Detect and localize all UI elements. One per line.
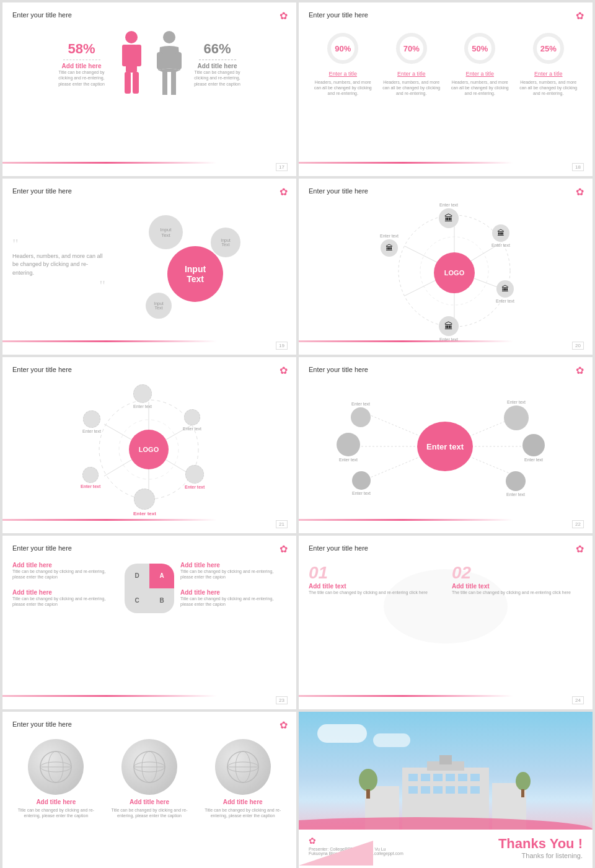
globe-svg-1 xyxy=(37,748,74,786)
donut-pct-4: 25% xyxy=(540,44,557,53)
hub-center: LOGO xyxy=(434,252,475,293)
donut-desc-1: Headers, numbers, and more can all be ch… xyxy=(313,79,373,96)
page-num-8: 24 xyxy=(572,696,584,704)
slide-9-title: Enter your title here xyxy=(12,720,286,728)
slide-8-title: Enter your title here xyxy=(309,544,583,552)
svg-rect-7 xyxy=(157,52,163,69)
radial-center: LOGO xyxy=(129,430,169,469)
svg-rect-56 xyxy=(433,774,443,781)
open-quote: " xyxy=(12,236,105,252)
globe-title-3: Add title here xyxy=(199,799,286,805)
donut-label-1: Enter a title xyxy=(313,71,373,77)
slide-3: Enter your title here ✿ " Headers, numbe… xyxy=(2,179,296,355)
sakura-icon-8: ✿ xyxy=(576,543,584,555)
slide-7: Enter your title here ✿ Add title here T… xyxy=(2,536,296,709)
sakura-icon-7: ✿ xyxy=(280,543,288,555)
female-pct: 66% xyxy=(190,41,245,57)
gear-topleft: InputText xyxy=(149,215,183,249)
globe-circle-2 xyxy=(121,739,177,795)
cloud-1 xyxy=(317,724,367,743)
page-num-2: 18 xyxy=(572,163,584,171)
gear-bottomleft: InputText xyxy=(146,293,172,319)
radial-node-bottomright: Enter text xyxy=(185,465,205,489)
slide-8: Enter your title here ✿ 01 Add title tex… xyxy=(299,536,593,709)
male-desc: Title can be changed by clicking and re-… xyxy=(54,69,110,86)
radial-node-top: Enter text xyxy=(133,384,152,409)
step-2: 02 Add title text The title can be chang… xyxy=(452,563,583,596)
step-desc-2: The title can be changed by clicking and… xyxy=(452,590,583,596)
quad-item-right1: Add title here Title can be changed by c… xyxy=(180,562,286,580)
page-num-3: 19 xyxy=(276,342,288,350)
pink-triangle xyxy=(299,841,373,866)
slide-3-title: Enter your title here xyxy=(12,187,286,195)
svg-rect-71 xyxy=(521,789,524,797)
sakura-icon-9: ✿ xyxy=(280,719,288,731)
close-quote: " xyxy=(12,277,105,294)
globe-desc-3: Title can be changed by clicking and re-… xyxy=(199,807,286,818)
globe-title-2: Add title here xyxy=(106,799,193,805)
decor-line-3 xyxy=(2,340,217,342)
thanks-text-area: Thanks You ! Thanks for listening. xyxy=(498,836,583,859)
globe-circle-1 xyxy=(28,739,84,795)
donut-pct-2: 70% xyxy=(403,44,420,53)
svg-rect-55 xyxy=(421,774,430,781)
globes-content: Add title here Title can be changed by c… xyxy=(12,733,286,818)
quad-cell-c: C xyxy=(125,588,149,613)
radial-node-topleft: Enter text xyxy=(82,410,101,433)
decor-line-5 xyxy=(2,519,217,521)
quad-title-1: Add title here xyxy=(12,562,118,569)
gears-quote-text: Headers, numbers, and more can all be ch… xyxy=(12,252,105,278)
svg-rect-65 xyxy=(470,786,480,794)
page-num-7: 23 xyxy=(276,696,288,704)
quad-title-3: Add title here xyxy=(12,589,118,596)
bubble-bottomright-group: Enter text xyxy=(506,471,526,497)
radial-node-bottom: Enter text xyxy=(133,489,156,516)
slide-4: Enter your title here ✿ LOGO Enter text … xyxy=(299,179,593,355)
female-desc: Title can be changed by clicking and re-… xyxy=(190,69,245,86)
svg-rect-61 xyxy=(421,786,430,794)
page-num-5: 21 xyxy=(276,520,288,528)
svg-rect-63 xyxy=(446,786,455,794)
donut-item-1: 90% Enter a title Headers, numbers, and … xyxy=(313,30,373,96)
quad-desc-4: Title can be changed by clicking and re-… xyxy=(180,596,286,607)
sakura-icon-3: ✿ xyxy=(280,186,288,198)
donut-wrap-4: 25% xyxy=(530,30,567,67)
slide-9: Enter your title here ✿ Add title here T… xyxy=(2,712,296,868)
decor-line-4 xyxy=(299,340,513,342)
radial-diagram: LOGO Enter text Enter text Enter text En… xyxy=(12,378,286,515)
quad-cell-a: A xyxy=(149,564,174,588)
donut-label-3: Enter a title xyxy=(450,71,510,77)
quad-item-da: Add title here Title can be changed by c… xyxy=(12,562,118,580)
donut-item-2: 70% Enter a title Headers, numbers, and … xyxy=(381,30,441,96)
svg-rect-53 xyxy=(439,755,452,764)
step-desc-1: The title can be changed by clicking and… xyxy=(309,590,439,596)
donut-label-2: Enter a title xyxy=(381,71,441,77)
donut-label-4: Enter a title xyxy=(518,71,578,77)
page-num-1: 17 xyxy=(276,163,288,171)
decor-line-8 xyxy=(299,695,513,697)
globe-circle-3 xyxy=(215,739,271,795)
slide-5: Enter your title here ✿ LOGO Enter text xyxy=(2,357,296,533)
slide-1: Enter your title here ✿ 58% Add title he… xyxy=(2,2,296,176)
node-topright: 🏛 Enter text xyxy=(491,224,510,247)
node-topleft: Enter text 🏛 xyxy=(380,234,399,257)
svg-point-70 xyxy=(516,772,531,790)
quad-content: Add title here Title can be changed by c… xyxy=(12,557,286,614)
donut-pct-3: 50% xyxy=(472,44,488,53)
slide-2-title: Enter your title here xyxy=(309,11,583,19)
sakura-icon-6: ✿ xyxy=(576,365,584,376)
donut-wrap-1: 90% xyxy=(324,30,361,67)
bubble-left-group: Enter text xyxy=(337,433,360,462)
slide-6: Enter your title here ✿ Enter text Enter… xyxy=(299,357,593,533)
node-right: 🏛 Enter text xyxy=(496,280,514,303)
svg-rect-4 xyxy=(125,72,131,94)
step-title-1: Add title text xyxy=(309,583,439,590)
quad-center-diagram: D A C B xyxy=(125,562,174,614)
quad-item-right2: Add title here Title can be changed by c… xyxy=(180,589,286,607)
step-num-2: 02 xyxy=(452,563,583,583)
svg-rect-2 xyxy=(122,45,128,66)
cloud-2 xyxy=(373,733,410,747)
globe-svg-3 xyxy=(224,748,262,786)
bubble-center: Enter text xyxy=(417,422,473,471)
step-1: 01 Add title text The title can be chang… xyxy=(309,563,439,596)
